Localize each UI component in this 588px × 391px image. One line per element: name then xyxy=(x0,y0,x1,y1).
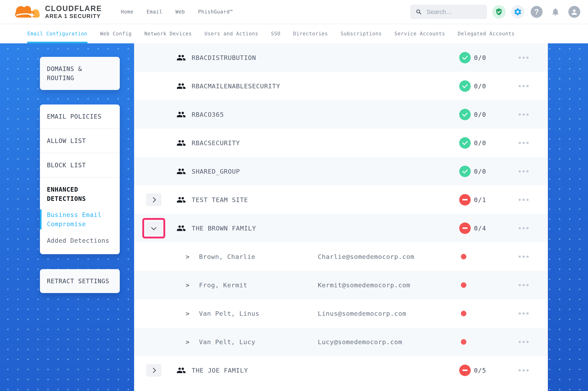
expand-group-button[interactable] xyxy=(146,364,161,377)
primary-nav: HomeEmailWebPhishGuard™ xyxy=(121,9,233,15)
group-icon xyxy=(176,110,186,119)
brand-logo[interactable]: CLOUDFLARE AREA 1 SECURITY xyxy=(11,3,102,20)
group-count: 0/0 xyxy=(474,168,486,175)
status-dot-badge xyxy=(461,311,466,316)
nav-item-web[interactable]: Web xyxy=(175,9,185,15)
group-count: 0/0 xyxy=(474,139,486,146)
sidebar-item-business-email-compromise[interactable]: Business Email Compromise xyxy=(40,209,120,229)
status-blocked-badge xyxy=(459,194,471,205)
chevron-right-icon xyxy=(151,197,156,202)
table-row-group: THE JOE FAMILY0/5 xyxy=(134,356,548,385)
group-icon xyxy=(176,223,186,233)
sidebar-item-allow-list[interactable]: ALLOW LIST xyxy=(40,128,120,153)
table-row-member: >Van Pelt, LucyLucy@somedemocorp.com xyxy=(134,328,548,356)
status-blocked-badge xyxy=(459,222,471,234)
row-menu-button[interactable] xyxy=(517,196,531,203)
sidebar-item-domains-routing[interactable]: DOMAINS & ROUTING xyxy=(40,57,120,90)
status-dot-badge xyxy=(461,254,466,259)
tab-users-and-actions[interactable]: Users and Actions xyxy=(205,24,258,43)
sidebar-card-domains-routing[interactable]: DOMAINS & ROUTING xyxy=(40,57,120,90)
status-dot-badge xyxy=(461,282,466,288)
search-box[interactable] xyxy=(410,5,487,19)
top-bar: CLOUDFLARE AREA 1 SECURITY HomeEmailWebP… xyxy=(0,0,588,24)
config-tab-bar: Email ConfigurationWeb ConfigNetwork Dev… xyxy=(0,24,588,43)
bell-icon xyxy=(551,7,560,16)
security-shield-button[interactable] xyxy=(492,5,506,19)
tab-sso[interactable]: SSO xyxy=(271,24,280,43)
member-name: Brown, Charlie xyxy=(199,253,255,260)
table-row-member: >Van Pelt, LinusLinus@somedemocorp.com xyxy=(134,299,548,328)
table-row-group: RBACDISTRUBUTION0/0 xyxy=(134,43,548,72)
group-count: 0/0 xyxy=(474,54,486,61)
tab-delegated-accounts[interactable]: Delegated Accounts xyxy=(458,24,515,43)
member-name: Van Pelt, Linus xyxy=(199,310,259,317)
account-button[interactable] xyxy=(568,5,581,19)
tab-service-accounts[interactable]: Service Accounts xyxy=(395,24,445,43)
row-menu-button[interactable] xyxy=(517,310,531,316)
check-icon xyxy=(462,54,468,60)
member-email: Linus@somedemocorp.com xyxy=(318,310,406,317)
row-menu-button[interactable] xyxy=(517,54,531,61)
member-chevron-icon[interactable]: > xyxy=(186,310,189,317)
avatar-icon xyxy=(568,6,580,18)
member-chevron-icon[interactable]: > xyxy=(186,281,189,289)
table-row-group: SHARED_GROUP0/0 xyxy=(134,157,548,186)
nav-item-phishguard[interactable]: PhishGuard™ xyxy=(198,9,233,15)
status-ok-badge xyxy=(459,109,471,120)
tab-directories[interactable]: Directories xyxy=(293,24,328,43)
tab-subscriptions[interactable]: Subscriptions xyxy=(341,24,382,43)
brand-subname: AREA 1 SECURITY xyxy=(45,13,102,19)
row-menu-button[interactable] xyxy=(517,282,531,288)
collapse-group-button[interactable] xyxy=(146,222,161,235)
group-name: THE BROWN FAMILY xyxy=(192,224,256,232)
check-icon xyxy=(462,83,468,88)
sidebar-item-added-detections[interactable]: Added Detections xyxy=(40,235,120,254)
body-area: DOMAINS & ROUTING EMAIL POLICIESALLOW LI… xyxy=(0,43,588,391)
sidebar: DOMAINS & ROUTING EMAIL POLICIESALLOW LI… xyxy=(40,43,120,293)
row-menu-button[interactable] xyxy=(517,111,531,118)
expand-group-button[interactable] xyxy=(146,194,161,206)
status-blocked-badge xyxy=(459,365,471,376)
search-input[interactable] xyxy=(426,8,481,15)
group-name: THE JOE FAMILY xyxy=(192,367,248,374)
sidebar-item-retract-settings[interactable]: RETRACT SETTINGS xyxy=(40,269,120,293)
row-menu-button[interactable] xyxy=(517,140,531,146)
group-icon xyxy=(176,53,186,62)
sidebar-item-block-list[interactable]: BLOCK LIST xyxy=(40,153,120,177)
row-menu-button[interactable] xyxy=(517,367,531,373)
notifications-button[interactable] xyxy=(549,5,562,19)
row-menu-button[interactable] xyxy=(517,225,531,231)
groups-table: RBACDISTRUBUTION0/0RBACMAILENABLESECURIT… xyxy=(134,43,548,391)
group-name: RBACDISTRUBUTION xyxy=(192,54,256,61)
row-menu-button[interactable] xyxy=(517,168,531,175)
member-chevron-icon[interactable]: > xyxy=(186,253,189,260)
table-filler xyxy=(134,385,548,391)
member-chevron-icon[interactable]: > xyxy=(186,338,189,345)
settings-gear-button[interactable] xyxy=(511,5,525,19)
member-email: Charlie@somedemocorp.com xyxy=(318,253,414,260)
tab-web-config[interactable]: Web Config xyxy=(100,24,132,43)
sidebar-card-retract-settings[interactable]: RETRACT SETTINGS xyxy=(40,269,120,293)
status-ok-badge xyxy=(459,52,471,63)
check-icon xyxy=(462,139,468,145)
search-icon xyxy=(416,8,422,15)
member-name: Van Pelt, Lucy xyxy=(199,338,255,346)
table-row-group: RBACSECURITY0/0 xyxy=(134,129,548,157)
help-button[interactable]: ? xyxy=(530,5,543,19)
brand-name: CLOUDFLARE xyxy=(45,5,102,12)
app-screen: CLOUDFLARE AREA 1 SECURITY HomeEmailWebP… xyxy=(0,0,588,391)
minus-icon xyxy=(462,227,468,229)
nav-item-home[interactable]: Home xyxy=(121,9,134,15)
table-row-group: THE BROWN FAMILY0/4 xyxy=(134,214,548,242)
row-menu-button[interactable] xyxy=(517,339,531,345)
row-menu-button[interactable] xyxy=(517,83,531,89)
tab-email-configuration[interactable]: Email Configuration xyxy=(27,24,87,43)
tab-network-devices[interactable]: Network Devices xyxy=(144,24,192,43)
sidebar-item-email-policies[interactable]: EMAIL POLICIES xyxy=(40,104,120,128)
chevron-right-icon xyxy=(151,368,156,373)
row-menu-button[interactable] xyxy=(517,253,531,260)
chevron-down-icon xyxy=(151,225,156,230)
status-dot-badge xyxy=(461,339,466,345)
member-email: Kermit@somedemocorp.com xyxy=(318,281,410,289)
nav-item-email[interactable]: Email xyxy=(147,9,162,15)
